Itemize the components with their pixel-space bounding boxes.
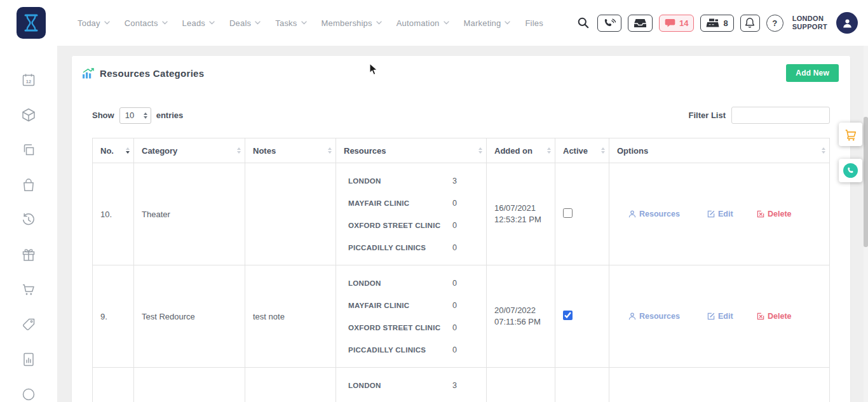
page-size-select[interactable]: 10 [119,107,151,124]
nav-item-label: Contacts [125,18,158,28]
account-name: LONDON SUPPORT [792,15,827,31]
vertical-scrollbar[interactable] [864,46,868,402]
report-icon[interactable] [21,352,36,367]
nav-item[interactable]: Contacts [125,18,168,28]
column-header-label: Notes [253,146,276,156]
table-body: 10. Theater LONDON 3 MAYFAIR CLINIC 0 OX… [93,163,830,402]
history-icon[interactable] [21,212,36,227]
resource-line: LONDON 0 [348,272,486,294]
nav-item[interactable]: Leads [182,18,215,28]
phone-calls-button[interactable] [597,15,621,32]
calendar-icon[interactable]: 12 [21,72,36,88]
app-logo[interactable] [17,7,46,39]
nav-item-label: Files [525,18,543,28]
resource-count: 3 [452,177,457,185]
resource-line: LONDON 3 [348,374,486,396]
resource-name: MAYFAIR CLINIC [348,302,452,309]
nav-item-label: Deals [229,18,251,28]
chat-count-badge: 14 [679,18,688,28]
main-menu: Today Contacts Leads Deals Tasks Members… [78,18,543,28]
notifications-button[interactable] [740,15,760,32]
resource-line: OXFORD STREET CLINIC 0 [348,316,486,338]
edit-link[interactable]: Edit [707,210,757,218]
floating-widgets [839,123,862,182]
gift-icon[interactable] [21,247,36,262]
filter-area: Filter List [688,107,830,124]
added-on-time: 12:53:21 PM [494,214,550,225]
filter-input[interactable] [731,107,830,124]
delete-link-label: Delete [768,210,792,218]
floating-phone-button[interactable] [839,159,862,182]
resource-name: MAYFAIR CLINIC [348,199,452,207]
nav-item[interactable]: Memberships [322,18,382,28]
resources-link-label: Resources [639,210,680,218]
discount-tag-icon[interactable] [21,317,36,332]
copy-icon[interactable] [21,142,36,157]
account-name-line1: LONDON [792,15,827,23]
resource-name: OXFORD STREET CLINIC [348,324,452,332]
avatar[interactable] [836,12,858,34]
phone-circle [843,163,858,178]
add-new-button[interactable]: Add New [786,64,839,82]
pos-icon [706,18,719,28]
nav-item[interactable]: Files [525,18,543,28]
active-checkbox[interactable] [563,208,573,218]
floating-cart-button[interactable] [839,123,862,146]
bell-icon [745,17,755,29]
nav-item-label: Tasks [275,18,297,28]
page-title: Resources Categories [100,68,204,79]
bag-icon[interactable] [21,177,36,192]
pos-button[interactable]: 8 [700,15,733,32]
column-header[interactable]: Category [134,138,245,163]
table-header-row: No. Category Notes Resources Added on Ac… [93,138,830,163]
table-row: 9. Test Redource test note LONDON 0 MAYF… [93,265,830,368]
scrollbar-thumb[interactable] [864,117,868,247]
person-icon [628,312,636,320]
resource-line: OXFORD STREET CLINIC 0 [348,214,486,236]
resources-link[interactable]: Resources [628,312,707,321]
topbar-actions: 14 8 ? LONDON SUPPORT [577,12,858,34]
sort-icon [126,147,130,154]
search-icon[interactable] [577,17,590,29]
delete-link[interactable]: Delete [757,210,792,218]
delete-link-label: Delete [768,312,792,321]
resource-count: 0 [452,323,457,332]
resource-line: MAYFAIR CLINIC [348,396,486,402]
column-header[interactable]: Added on [487,138,555,163]
resources-categories-table: No. Category Notes Resources Added on Ac… [92,138,830,402]
nav-item-label: Memberships [322,18,372,28]
svg-text:12: 12 [26,79,31,84]
edit-link-label: Edit [718,210,733,218]
column-header[interactable]: Options [609,138,830,163]
column-header[interactable]: No. [93,138,134,163]
notes-cell: test note [253,312,285,321]
active-checkbox[interactable] [563,311,573,320]
nav-item-label: Leads [182,18,205,28]
chevron-down-icon [255,21,261,25]
nav-item-label: Marketing [464,18,501,28]
column-header[interactable]: Active [555,138,609,163]
sort-icon [601,147,605,154]
sort-icon [547,147,551,154]
added-on-time: 07:11:56 PM [494,316,550,328]
nav-item[interactable]: Tasks [275,18,306,28]
user-icon [842,18,853,29]
package-icon[interactable] [21,107,36,123]
nav-item[interactable]: Today [78,18,110,28]
chat-button[interactable]: 14 [659,15,694,32]
clock-icon[interactable] [21,387,36,402]
edit-link[interactable]: Edit [707,312,757,321]
column-header[interactable]: Resources [336,138,487,163]
entries-label: entries [156,111,184,120]
table-controls: Show 10 entries Filter List [92,107,830,124]
delete-link[interactable]: Delete [757,312,792,321]
nav-item[interactable]: Automation [397,18,449,28]
resources-link[interactable]: Resources [628,210,707,218]
inbox-button[interactable] [628,15,653,32]
column-header[interactable]: Notes [245,138,336,163]
nav-item[interactable]: Deals [229,18,261,28]
chevron-down-icon [444,21,449,25]
help-button[interactable]: ? [766,15,783,32]
nav-item[interactable]: Marketing [464,18,511,28]
cart-icon[interactable] [21,282,36,297]
